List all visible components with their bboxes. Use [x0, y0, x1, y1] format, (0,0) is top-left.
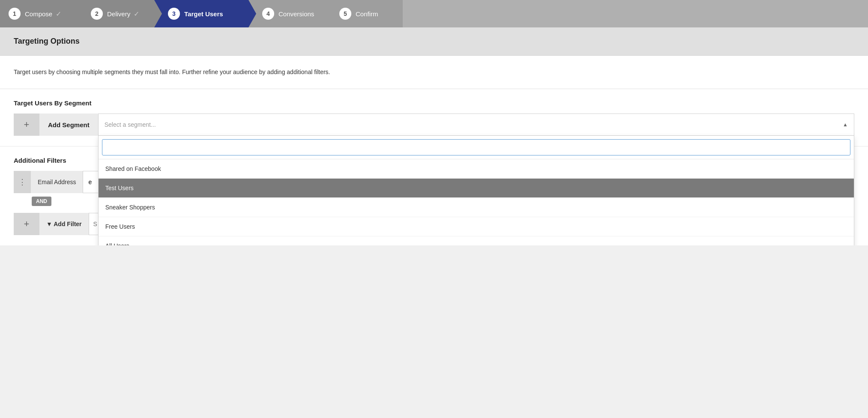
step-label-confirm: Confirm [356, 10, 378, 18]
dropdown-item-test-users[interactable]: Test Users [99, 179, 854, 198]
dropdown-scroll[interactable]: Shared on Facebook Test Users Sneaker Sh… [99, 159, 854, 245]
step-label-target-users: Target Users [184, 10, 223, 18]
main-content: Targeting Options Target users by choosi… [0, 27, 868, 245]
segment-section: Target Users By Segment + Add Segment Se… [0, 89, 868, 146]
segment-dropdown: Shared on Facebook Test Users Sneaker Sh… [98, 136, 854, 245]
section-header: Targeting Options [0, 27, 868, 56]
dropdown-item-shared-facebook[interactable]: Shared on Facebook [99, 159, 854, 179]
segment-select-trigger[interactable]: Select a segment... ▲ [98, 113, 854, 136]
dropdown-item-free-users[interactable]: Free Users [99, 217, 854, 236]
step-label-compose: Compose [25, 10, 52, 18]
step-label-delivery: Delivery [107, 10, 130, 18]
check-icon-delivery: ✓ [134, 10, 139, 18]
add-segment-label: Add Segment [39, 113, 98, 136]
dropdown-item-sneaker-shoppers[interactable]: Sneaker Shoppers [99, 198, 854, 217]
select-placeholder: Select a segment... [105, 121, 156, 128]
add-filter-plus-button[interactable]: + [14, 213, 39, 235]
filter-label-email: Email Address [31, 171, 83, 193]
wizard-step-conversions[interactable]: 4 Conversions [248, 0, 326, 27]
segment-search-input[interactable] [102, 139, 850, 155]
step-num-2: 2 [91, 8, 103, 20]
add-segment-row: + Add Segment Select a segment... ▲ Shar… [14, 113, 854, 136]
step-num-1: 1 [9, 8, 21, 20]
add-segment-plus-button[interactable]: + [14, 113, 39, 136]
segment-section-title: Target Users By Segment [14, 99, 854, 107]
description-section: Target users by choosing multiple segmen… [0, 56, 868, 89]
dropdown-item-all-users[interactable]: All Users [99, 236, 854, 245]
wizard-step-delivery[interactable]: 2 Delivery ✓ [77, 0, 154, 27]
step-num-4: 4 [262, 8, 274, 20]
add-filter-label[interactable]: ▼ Add Filter [39, 213, 89, 235]
description-text: Target users by choosing multiple segmen… [14, 68, 854, 77]
step-num-5: 5 [339, 8, 351, 20]
wizard-step-confirm[interactable]: 5 Confirm [326, 0, 403, 27]
wizard-bar: 1 Compose ✓ 2 Delivery ✓ 3 Target Users … [0, 0, 868, 27]
step-num-3: 3 [168, 8, 180, 20]
arrow-up-icon: ▲ [843, 122, 848, 128]
section-title: Targeting Options [14, 37, 854, 46]
segment-search-wrap [99, 136, 854, 159]
segment-dropdown-wrap: Select a segment... ▲ Shared on Facebook… [98, 113, 854, 136]
wizard-step-target-users[interactable]: 3 Target Users [154, 0, 248, 27]
drag-handle-email[interactable]: ⋮ [14, 171, 31, 193]
and-badge: AND [32, 197, 51, 206]
wizard-step-compose[interactable]: 1 Compose ✓ [0, 0, 77, 27]
check-icon-compose: ✓ [56, 10, 61, 18]
step-label-conversions: Conversions [278, 10, 314, 18]
